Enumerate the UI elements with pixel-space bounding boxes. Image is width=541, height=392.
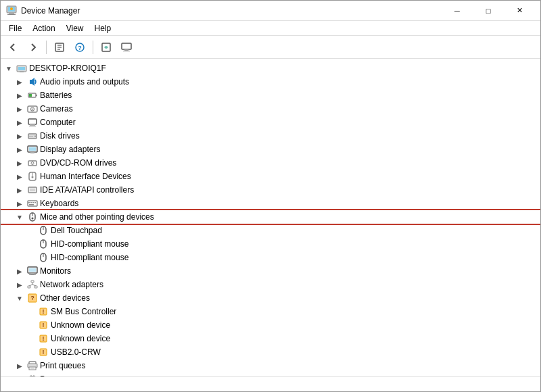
ide-expand[interactable]: ▶ [14, 185, 25, 195]
close-button[interactable]: ✕ [504, 1, 535, 21]
computer-expand[interactable]: ▶ [14, 117, 25, 128]
toolbar-display[interactable] [117, 39, 136, 56]
diskdrives-label: Disk drives [40, 131, 80, 141]
svg-rect-62 [29, 274, 36, 275]
mice-expand[interactable]: ▼ [14, 212, 25, 222]
svg-point-29 [34, 136, 36, 137]
tree-cameras[interactable]: ▶ Cameras [1, 102, 540, 116]
audio-icon [27, 76, 38, 87]
menu-view[interactable]: View [61, 22, 89, 34]
dvd-icon [27, 157, 38, 168]
tree-audio[interactable]: ▶ Audio inputs and outputs [1, 75, 540, 89]
root-expand[interactable]: ▼ [3, 63, 14, 74]
tree-hid-mouse1[interactable]: ▶ HID-compliant mouse [1, 237, 540, 251]
window-title: Device Manager [21, 6, 80, 16]
tree-network[interactable]: ▶ Network adapters [1, 278, 540, 291]
keyboards-icon [27, 198, 38, 209]
network-expand[interactable]: ▶ [14, 279, 25, 290]
tree-hid-mouse2[interactable]: ▶ HID-compliant mouse [1, 251, 540, 264]
monitors-icon [27, 266, 38, 276]
menu-help[interactable]: Help [89, 22, 117, 34]
toolbar-sep1 [46, 41, 47, 54]
monitors-expand[interactable]: ▶ [14, 266, 25, 276]
maximize-button[interactable]: □ [473, 1, 504, 21]
tree-ide[interactable]: ▶ IDE ATA/ATAPI controllers [1, 183, 540, 197]
tree-unknown2[interactable]: ▶ ! Unknown device [1, 332, 540, 345]
toolbar-forward[interactable] [24, 39, 43, 56]
batteries-expand[interactable]: ▶ [14, 90, 25, 101]
svg-rect-47 [32, 202, 34, 203]
tree-printqueues[interactable]: ▶ Print queues [1, 359, 540, 372]
svg-rect-60 [29, 268, 36, 272]
tree-dvd[interactable]: ▶ DVD/CD-ROM drives [1, 156, 540, 170]
properties-icon [54, 42, 65, 53]
mice-icon [27, 212, 38, 222]
tree-diskdrives[interactable]: ▶ Disk drives [1, 129, 540, 143]
toolbar-scan[interactable] [97, 39, 116, 56]
svg-rect-48 [34, 202, 36, 203]
main-area: ▼ DESKTOP-KROIQ1F ▶ [1, 59, 540, 376]
menu-file[interactable]: File [3, 22, 27, 34]
cameras-expand[interactable]: ▶ [14, 103, 25, 114]
diskdrives-expand[interactable]: ▶ [14, 130, 25, 141]
hid-mouse1-label: HID-compliant mouse [51, 239, 128, 249]
svg-rect-41 [29, 188, 36, 192]
keyboards-label: Keyboards [40, 199, 78, 208]
menu-action[interactable]: Action [27, 22, 60, 34]
toolbar-help[interactable]: ? [70, 39, 89, 56]
svg-text:!: ! [43, 335, 45, 342]
batteries-label: Batteries [40, 91, 72, 100]
svg-rect-26 [29, 126, 36, 126]
display-label: Display adapters [40, 145, 100, 154]
computer-label: Computer [40, 118, 76, 127]
tree-dell-touchpad[interactable]: ▶ Dell Touchpad [1, 224, 540, 237]
batteries-icon [27, 90, 38, 101]
device-tree[interactable]: ▼ DESKTOP-KROIQ1F ▶ [1, 59, 540, 376]
svg-rect-46 [30, 202, 32, 203]
audio-expand[interactable]: ▶ [14, 76, 25, 87]
svg-text:!: ! [43, 322, 45, 328]
toolbar-properties[interactable] [50, 39, 69, 56]
svg-rect-25 [30, 124, 35, 126]
svg-rect-24 [28, 119, 37, 124]
title-bar: Device Manager ─ □ ✕ [1, 1, 540, 21]
smbus-icon: ! [38, 306, 49, 317]
tree-monitors[interactable]: ▶ Monitors [1, 264, 540, 278]
title-bar-left: Device Manager [6, 5, 80, 16]
smbus-label: SM Bus Controller [51, 307, 116, 316]
hid-mouse2-label: HID-compliant mouse [51, 253, 128, 262]
display-expand[interactable]: ▶ [14, 144, 25, 155]
hid-expand[interactable]: ▶ [14, 171, 25, 182]
toolbar-back[interactable] [3, 39, 22, 56]
other-expand[interactable]: ▼ [14, 293, 25, 303]
svg-rect-19 [36, 95, 37, 96]
tree-smbus[interactable]: ▶ ! SM Bus Controller [1, 305, 540, 318]
svg-point-39 [32, 176, 34, 178]
svg-rect-17 [20, 72, 24, 72]
tree-computer[interactable]: ▶ Computer [1, 116, 540, 129]
tree-batteries[interactable]: ▶ Batteries [1, 89, 540, 102]
svg-rect-13 [124, 49, 128, 51]
printqueues-expand[interactable]: ▶ [14, 360, 25, 371]
keyboards-expand[interactable]: ▶ [14, 198, 25, 209]
svg-text:!: ! [43, 349, 45, 356]
printqueues-icon [27, 360, 38, 371]
tree-root[interactable]: ▼ DESKTOP-KROIQ1F [1, 62, 540, 75]
ide-icon [27, 185, 38, 195]
tree-display[interactable]: ▶ Display adapters [1, 143, 540, 156]
tree-other[interactable]: ▼ ? Other devices [1, 291, 540, 305]
tree-keyboards[interactable]: ▶ Keyboards [1, 197, 540, 210]
tree-mice[interactable]: ▼ Mice and other pointing devices [1, 210, 540, 224]
svg-rect-64 [28, 286, 30, 288]
svg-line-67 [29, 285, 32, 286]
root-label: DESKTOP-KROIQ1F [29, 64, 106, 73]
svg-rect-12 [122, 43, 131, 49]
dvd-expand[interactable]: ▶ [14, 157, 25, 168]
svg-point-23 [32, 109, 33, 110]
tree-hid[interactable]: ▶ Human Interface Devices [1, 170, 540, 183]
minimize-button[interactable]: ─ [442, 1, 473, 21]
ide-label: IDE ATA/ATAPI controllers [40, 185, 134, 195]
dell-touchpad-label: Dell Touchpad [51, 226, 102, 235]
tree-unknown1[interactable]: ▶ ! Unknown device [1, 318, 540, 332]
tree-usb2crw[interactable]: ▶ ! USB2.0-CRW [1, 345, 540, 359]
